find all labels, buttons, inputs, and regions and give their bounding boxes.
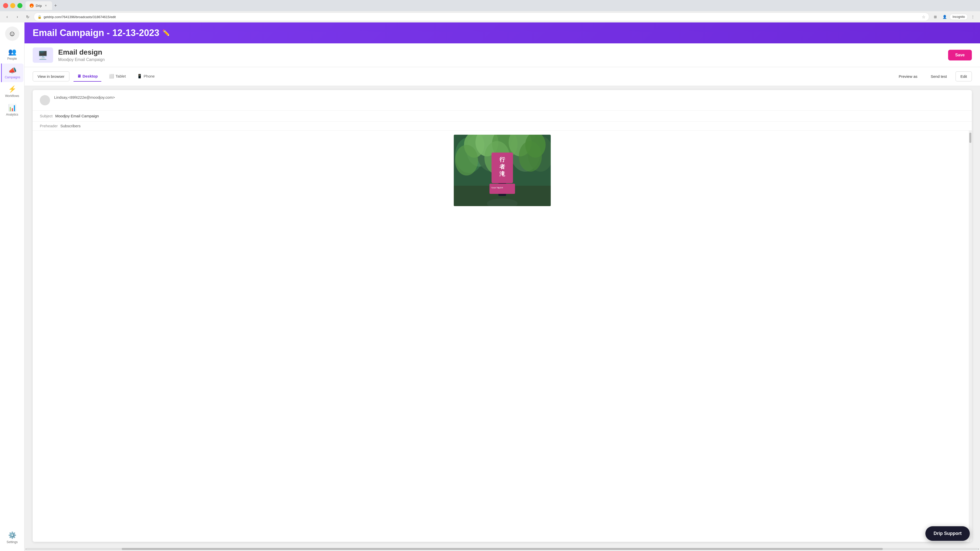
phone-view-button[interactable]: 📱 Phone xyxy=(134,71,158,82)
svg-rect-22 xyxy=(490,184,515,194)
sender-avatar xyxy=(40,95,50,105)
content-header-info: Email design Moodjoy Email Campaign xyxy=(58,48,943,62)
profile-button[interactable]: 👤 xyxy=(940,13,948,21)
logo-icon: ☺ xyxy=(8,30,16,38)
save-button[interactable]: Save xyxy=(948,50,972,60)
bookmark-icon[interactable]: ☆ xyxy=(922,14,925,19)
phone-label: Phone xyxy=(144,74,155,78)
header-banner: Email Campaign - 12-13-2023 ✏️ xyxy=(24,22,980,43)
new-tab-button[interactable]: + xyxy=(52,2,59,9)
edit-button[interactable]: Edit xyxy=(956,71,972,81)
address-bar[interactable]: 🔒 getdrip.com/7641396/broadcasts/3186746… xyxy=(34,13,929,21)
sidebar-label-analytics: Analytics xyxy=(6,113,18,116)
desktop-view-button[interactable]: 🖥 Desktop xyxy=(73,71,101,82)
svg-text:滝: 滝 xyxy=(500,171,505,177)
minimize-window-button[interactable] xyxy=(10,3,15,8)
forward-button[interactable]: › xyxy=(13,13,21,21)
people-icon: 👥 xyxy=(8,48,16,56)
main-content: Email Campaign - 12-13-2023 ✏️ 🖥️ Email … xyxy=(24,22,980,551)
svg-text:行: 行 xyxy=(499,156,505,163)
desktop-icon: 🖥 xyxy=(77,74,81,79)
email-hero-image: 行 者 滝 ← Gyoja Taki Fall xyxy=(454,135,551,206)
settings-icon: ⚙️ xyxy=(8,531,16,539)
email-meta: Lindsay,<89f4222e@moodjoy.com> xyxy=(54,95,965,100)
sidebar-item-campaigns[interactable]: 📣 Campaigns xyxy=(1,64,24,82)
sidebar-item-analytics[interactable]: 📊 Analytics xyxy=(1,101,24,119)
workflows-icon: ⚡ xyxy=(8,85,16,93)
preheader-value: Subscribers xyxy=(60,124,81,128)
horizontal-scrollbar[interactable]: ‹ › xyxy=(24,547,980,551)
sidebar-item-people[interactable]: 👥 People xyxy=(1,45,24,64)
email-subject-line: Subject Moodjoy Email Campaign xyxy=(33,111,972,122)
preview-as-button[interactable]: Preview as xyxy=(894,72,922,81)
window-controls xyxy=(3,3,22,8)
scroll-thumb xyxy=(969,133,971,143)
toolbar-actions: ⊞ 👤 Incognito ⋮ xyxy=(931,13,977,21)
maximize-window-button[interactable] xyxy=(18,3,22,8)
campaigns-icon: 📣 xyxy=(8,67,17,75)
svg-text:者: 者 xyxy=(500,164,505,170)
sidebar-label-campaigns: Campaigns xyxy=(5,76,21,79)
email-header: Lindsay,<89f4222e@moodjoy.com> xyxy=(33,90,972,111)
tablet-icon: ⬜ xyxy=(109,74,114,79)
tab-title: Drip xyxy=(36,4,42,8)
scroll-indicator[interactable] xyxy=(969,130,972,542)
tablet-label: Tablet xyxy=(116,74,126,78)
scroll-right-button[interactable]: › xyxy=(978,547,979,551)
campaign-title-text: Email Campaign - 12-13-2023 xyxy=(33,27,159,38)
sidebar-item-workflows[interactable]: ⚡ Workflows xyxy=(1,82,24,101)
back-button[interactable]: ‹ xyxy=(3,13,11,21)
browser-toolbar: ‹ › ↻ 🔒 getdrip.com/7641396/broadcasts/3… xyxy=(0,11,980,22)
sidebar-item-settings[interactable]: ⚙️ Settings xyxy=(1,528,24,547)
sidebar-label-settings: Settings xyxy=(6,540,18,544)
scroll-handle xyxy=(122,548,883,550)
browser-chrome: 🔥 Drip × + ‹ › ↻ 🔒 getdrip.com/7641396/b… xyxy=(0,0,980,22)
email-from: Lindsay,<89f4222e@moodjoy.com> xyxy=(54,95,965,100)
menu-button[interactable]: ⋮ xyxy=(969,13,977,21)
campaign-title: Email Campaign - 12-13-2023 ✏️ xyxy=(33,27,170,38)
url-display: getdrip.com/7641396/broadcasts/318674615… xyxy=(44,15,920,19)
browser-tab[interactable]: 🔥 Drip × xyxy=(25,1,52,10)
email-preheader-line: Preheader Subscribers xyxy=(33,122,972,130)
app-logo[interactable]: ☺ xyxy=(5,27,19,41)
close-window-button[interactable] xyxy=(3,3,8,8)
browser-titlebar: 🔥 Drip × + xyxy=(0,0,980,11)
incognito-profile[interactable]: Incognito xyxy=(950,14,968,20)
security-lock-icon: 🔒 xyxy=(38,15,41,19)
preheader-label: Preheader xyxy=(40,124,58,128)
content-header-title: Email design xyxy=(58,48,943,56)
analytics-icon: 📊 xyxy=(8,104,16,112)
email-body: 行 者 滝 ← Gyoja Taki Fall xyxy=(33,130,972,542)
email-preview-card: Lindsay,<89f4222e@moodjoy.com> Subject M… xyxy=(33,90,972,542)
svg-point-12 xyxy=(455,145,478,176)
close-tab-button[interactable]: × xyxy=(44,3,48,8)
app-container: ☺ 👥 People 📣 Campaigns ⚡ Workflows 📊 Ana… xyxy=(0,22,980,551)
extensions-button[interactable]: ⊞ xyxy=(931,13,939,21)
content-header-subtitle: Moodjoy Email Campaign xyxy=(58,57,943,62)
incognito-label: Incognito xyxy=(953,15,965,19)
subject-value: Moodjoy Email Campaign xyxy=(56,114,99,118)
phone-icon: 📱 xyxy=(137,74,142,79)
sidebar: ☺ 👥 People 📣 Campaigns ⚡ Workflows 📊 Ana… xyxy=(0,22,24,551)
svg-point-14 xyxy=(519,141,542,171)
scroll-track xyxy=(27,548,978,550)
tablet-view-button[interactable]: ⬜ Tablet xyxy=(105,71,129,82)
drip-support-button[interactable]: Drip Support xyxy=(925,526,970,541)
sidebar-label-workflows: Workflows xyxy=(5,94,19,98)
email-body-content: 行 者 滝 ← Gyoja Taki Fall xyxy=(33,130,972,542)
email-design-icon: 🖥️ xyxy=(33,48,53,63)
view-controls: View in browser 🖥 Desktop ⬜ Tablet 📱 Pho… xyxy=(24,67,980,86)
send-test-button[interactable]: Send test xyxy=(926,72,951,81)
tab-favicon: 🔥 xyxy=(30,3,34,8)
reload-button[interactable]: ↻ xyxy=(24,13,32,21)
svg-text:Gyoja Taki Fall: Gyoja Taki Fall xyxy=(491,187,503,189)
view-in-browser-button[interactable]: View in browser xyxy=(33,71,69,81)
subject-label: Subject xyxy=(40,114,52,118)
email-preview-container: Lindsay,<89f4222e@moodjoy.com> Subject M… xyxy=(24,86,980,547)
sidebar-label-people: People xyxy=(7,57,17,60)
desktop-label: Desktop xyxy=(83,74,98,78)
design-icon-graphic: 🖥️ xyxy=(38,50,48,60)
edit-title-icon[interactable]: ✏️ xyxy=(162,29,170,37)
content-header: 🖥️ Email design Moodjoy Email Campaign S… xyxy=(24,43,980,67)
